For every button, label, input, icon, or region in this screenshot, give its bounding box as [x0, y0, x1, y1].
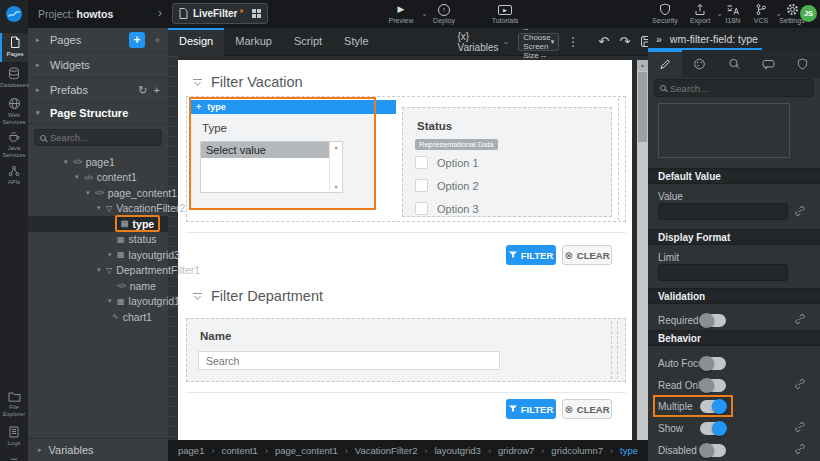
- rail-item-databases[interactable]: Databases: [0, 64, 28, 92]
- inspector-header: » wm-filter-field: type: [648, 28, 820, 50]
- sidebar-section-variables[interactable]: ▸ Variables: [28, 438, 168, 461]
- breadcrumb-item[interactable]: content1: [221, 445, 257, 456]
- sidebar-section-widgets[interactable]: ▸ Widgets: [28, 53, 168, 78]
- rail-more-button[interactable]: •••: [0, 456, 28, 461]
- chat-bubble-icon: [762, 59, 775, 70]
- variables-menu[interactable]: {x} Variables⌄: [458, 31, 510, 53]
- screen-size-select[interactable]: -- Choose Screen Size --▾: [518, 33, 559, 51]
- breadcrumb-item-current[interactable]: type: [620, 445, 638, 456]
- rail-item-apis[interactable]: APIs: [0, 162, 28, 189]
- scroll-up-icon[interactable]: ▲: [637, 60, 648, 71]
- canvas-page[interactable]: Filter Vacation + type Type Select value…: [178, 60, 632, 440]
- sidebar-section-prefabs[interactable]: ▸ Prefabs ↻ +: [28, 78, 168, 103]
- property-search[interactable]: [654, 79, 814, 97]
- refresh-icon[interactable]: ↻: [138, 84, 147, 97]
- page-tab-livefilter[interactable]: LiveFilter *: [172, 3, 268, 24]
- sidebar-section-pages[interactable]: ▸ Pages + «: [28, 28, 168, 53]
- tab-styles[interactable]: [682, 50, 716, 78]
- column-splitter[interactable]: [618, 98, 619, 220]
- kebab-menu-icon[interactable]: ⋮: [567, 35, 579, 49]
- breadcrumb-item[interactable]: page1: [178, 445, 204, 456]
- breadcrumb-item[interactable]: page_content1: [275, 445, 338, 456]
- undo-icon[interactable]: ↶: [598, 35, 609, 48]
- property-search-input[interactable]: [670, 83, 790, 94]
- tab-security[interactable]: [786, 50, 820, 78]
- status-field-area[interactable]: Status Representational Data Option 1 Op…: [402, 107, 612, 217]
- tab-properties[interactable]: [648, 50, 682, 78]
- status-option-3[interactable]: Option 3: [415, 202, 479, 215]
- column-splitter[interactable]: [617, 321, 618, 379]
- breadcrumb-item[interactable]: gridrow7: [498, 445, 534, 456]
- tab-design[interactable]: Design: [168, 28, 224, 56]
- tree-item-vacationfilter2[interactable]: ▾▽VacationFilter2: [28, 201, 168, 217]
- tree-item-name[interactable]: </>name: [28, 278, 168, 294]
- autofocus-toggle[interactable]: [700, 357, 726, 370]
- name-field-area[interactable]: Name: [186, 318, 626, 382]
- bind-link-icon[interactable]: [794, 421, 806, 433]
- required-toggle[interactable]: [700, 314, 726, 327]
- tree-item-page-content1[interactable]: ▾</>page_content1: [28, 185, 168, 201]
- tab-markup[interactable]: Markup: [224, 28, 283, 56]
- name-search-input[interactable]: [198, 351, 500, 370]
- search-icon: [40, 135, 46, 141]
- tree-item-layoutgrid3[interactable]: ▾▦layoutgrid3: [28, 247, 168, 263]
- tab-events[interactable]: [717, 50, 751, 78]
- rail-item-java-services[interactable]: Java Services: [0, 128, 28, 161]
- status-option-1[interactable]: Option 1: [415, 156, 479, 169]
- user-avatar[interactable]: JS: [800, 5, 817, 22]
- i18n-button[interactable]: I18N: [720, 3, 746, 25]
- value-input[interactable]: [658, 203, 788, 220]
- tree-item-chart1[interactable]: ∿chart1: [28, 309, 168, 325]
- scrollbar-thumb[interactable]: [638, 72, 647, 142]
- grid-view-icon[interactable]: [252, 9, 261, 18]
- vcs-button[interactable]: VCS⌄: [749, 3, 773, 25]
- divider: [186, 392, 626, 393]
- disabled-toggle[interactable]: [700, 444, 726, 457]
- collapse-panel-icon[interactable]: «: [155, 35, 160, 45]
- rail-item-logs[interactable]: Logs: [0, 423, 28, 450]
- breadcrumb-item[interactable]: gridcolumn7: [551, 445, 603, 456]
- export-button[interactable]: Export⌄: [686, 3, 714, 25]
- redo-icon[interactable]: ↷: [619, 35, 630, 48]
- limit-input[interactable]: [658, 264, 788, 281]
- expand-panel-icon[interactable]: »: [656, 33, 662, 45]
- tab-style[interactable]: Style: [333, 28, 379, 56]
- modified-marker: *: [239, 8, 243, 19]
- preview-button[interactable]: ▶ Preview⌄: [383, 3, 419, 25]
- breadcrumb-item[interactable]: layoutgrid3: [434, 445, 480, 456]
- tree-item-status[interactable]: ▦status: [28, 232, 168, 248]
- column-splitter[interactable]: [611, 321, 612, 379]
- tab-messages[interactable]: [751, 50, 785, 78]
- deploy-button[interactable]: ↑ Deploy: [428, 3, 460, 25]
- vacation-filter-button[interactable]: FILTER: [506, 245, 556, 265]
- structure-search[interactable]: [34, 129, 162, 146]
- bind-link-icon[interactable]: [794, 205, 806, 217]
- rail-item-file-explorer[interactable]: File Explorer: [0, 388, 28, 420]
- breadcrumb-item[interactable]: VacationFilter2: [355, 445, 418, 456]
- wavemaker-logo-icon[interactable]: [0, 0, 28, 28]
- add-page-button[interactable]: +: [129, 32, 145, 48]
- bind-link-icon[interactable]: [794, 443, 806, 455]
- tutorials-button[interactable]: ▶ Tutorials: [487, 3, 523, 25]
- tree-item-content1[interactable]: ▾</>content1: [28, 170, 168, 186]
- structure-search-input[interactable]: [50, 132, 150, 143]
- tab-script[interactable]: Script: [283, 28, 333, 56]
- bind-link-icon[interactable]: [794, 378, 806, 390]
- department-filter-button[interactable]: FILTER: [506, 399, 556, 419]
- vacation-clear-button[interactable]: ⊗ CLEAR: [562, 245, 612, 265]
- tree-item-type-selected[interactable]: ▤type: [28, 216, 168, 232]
- canvas-scrollbar[interactable]: ▲: [637, 60, 648, 440]
- rail-item-web-services[interactable]: Web Services: [0, 94, 28, 128]
- tree-item-departmentfilter1[interactable]: ▾▽DepartmentFilter1: [28, 263, 168, 279]
- readonly-toggle[interactable]: [700, 379, 726, 392]
- department-clear-button[interactable]: ⊗ CLEAR: [562, 399, 612, 419]
- bind-link-icon[interactable]: [794, 313, 806, 325]
- add-prefab-icon[interactable]: +: [154, 84, 160, 96]
- sidebar-section-page-structure[interactable]: ▾ Page Structure: [28, 103, 168, 124]
- security-button[interactable]: Security: [648, 3, 682, 25]
- status-option-2[interactable]: Option 2: [415, 179, 479, 192]
- tree-item-page1[interactable]: ▾</>page1: [28, 154, 168, 170]
- tree-item-layoutgrid1[interactable]: ▾▦layoutgrid1: [28, 294, 168, 310]
- show-toggle[interactable]: [700, 422, 726, 435]
- rail-item-pages[interactable]: Pages: [0, 33, 28, 62]
